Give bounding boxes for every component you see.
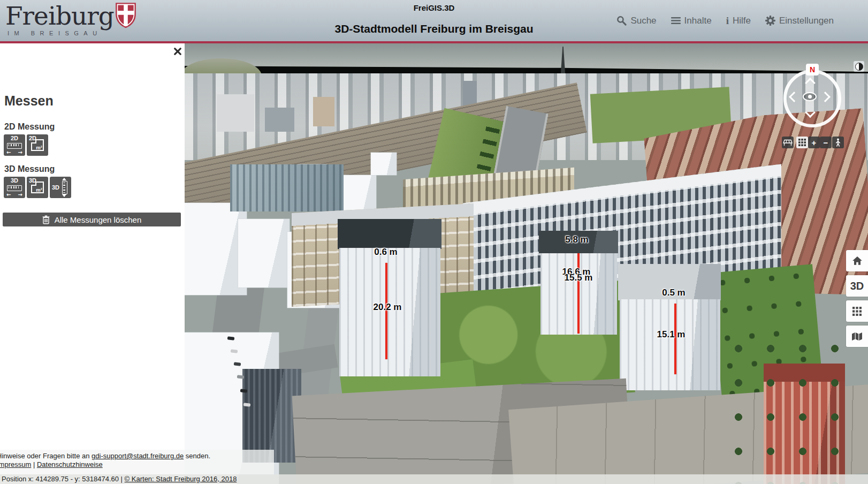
oblique-view-button[interactable]	[782, 137, 794, 148]
panel-close-button[interactable]	[172, 46, 183, 57]
measure-label: 5.8 m	[565, 235, 588, 245]
tower3-facade	[620, 299, 720, 390]
privacy-link[interactable]: Datenschutzhinweise	[37, 460, 103, 468]
tree-cluster	[725, 335, 859, 484]
support-email-link[interactable]: gdi-support@stadt.freiburg.de	[92, 452, 184, 460]
notice-prefix: Hinweise oder Fragen bitte an	[0, 452, 92, 460]
settings-menu-item[interactable]: Einstellungen	[765, 16, 834, 26]
trash-icon	[42, 215, 50, 224]
ruler-icon	[7, 185, 22, 191]
measure-label: 0.5 m	[662, 288, 685, 298]
contrast-toggle-button[interactable]	[854, 61, 864, 72]
home-view-button[interactable]	[846, 250, 868, 271]
arrow-up-icon	[62, 178, 66, 180]
search-menu-item[interactable]: Suche	[616, 16, 656, 26]
white-model-building	[371, 153, 397, 175]
map-copyright-link[interactable]: © Karten: Stadt Freiburg 2016, 2018	[125, 475, 237, 483]
ruler-icon	[7, 143, 22, 149]
arrow-left-icon: ←	[6, 149, 11, 155]
white-model-building	[185, 203, 247, 295]
3d-view-button[interactable]: 3D	[846, 275, 868, 297]
panel-title: Messen	[4, 93, 54, 109]
delete-all-label: Alle Messungen löschen	[55, 215, 142, 224]
arrow-right-icon: →	[18, 192, 22, 198]
area-unit-label: m²	[34, 187, 44, 193]
measure-3d-area-button[interactable]: 3D m²	[27, 177, 48, 198]
grid-dots-icon	[852, 307, 862, 316]
vertical-ruler-icon	[62, 181, 67, 194]
section-2d-heading: 2D Messung	[4, 122, 55, 132]
footer-notice: Hinweise oder Fragen bitte an gdi-suppor…	[0, 450, 274, 474]
hamburger-icon	[671, 17, 681, 25]
delete-all-measurements-button[interactable]: Alle Messungen löschen	[3, 213, 181, 226]
pedestrian-view-button[interactable]	[832, 137, 844, 148]
measure-3d-height-button[interactable]: 3D	[50, 177, 71, 198]
info-icon: i	[726, 15, 729, 27]
tool-dim-label: 3D	[52, 184, 59, 191]
tower1-roof	[338, 219, 441, 249]
measure-label: 0.6 m	[374, 247, 397, 258]
compass-north-button[interactable]: N	[806, 64, 819, 75]
zoom-in-button[interactable]: +	[808, 137, 820, 148]
search-icon	[616, 16, 627, 26]
header-bar: Freiburg IM BREISGAU FreiGIS.3D 3D-Stadt…	[0, 0, 868, 41]
app-title: FreiGIS.3D	[247, 3, 621, 12]
home-icon	[852, 256, 863, 266]
ruler-arrows-icon: ← →	[4, 192, 25, 198]
contents-label: Inhalte	[684, 16, 712, 26]
page-title: 3D-Stadtmodell Freiburg im Breisgau	[247, 22, 621, 35]
white-model-building	[238, 219, 290, 288]
map-3d-viewport[interactable]: 0.6 m 20.2 m 5.8 m 16.6 m 15.5 m 0.5 m 1…	[185, 43, 868, 484]
map-far-building	[217, 94, 254, 132]
tool-dim-label: 2D	[4, 135, 25, 141]
footer-separator: |	[31, 460, 37, 468]
logo-subtitle: IM BREISGAU	[7, 30, 114, 36]
map-far-building	[463, 81, 477, 105]
cursor-position-readout: Position x: 414289.75 - y: 5318474.60 |	[2, 475, 125, 483]
footer-notice-line1: Hinweise oder Fragen bitte an gdi-suppor…	[0, 452, 271, 460]
dark-glass-building	[242, 369, 301, 463]
measure-label: 20.2 m	[374, 302, 402, 313]
eye-view-icon[interactable]	[803, 92, 817, 101]
tool-dim-label: 3D	[4, 178, 25, 184]
map-far-building	[313, 97, 334, 126]
arrow-right-icon: →	[18, 149, 22, 155]
measure-2d-distance-button[interactable]: 2D ← →	[4, 134, 25, 156]
header-titles: FreiGIS.3D 3D-Stadtmodell Freiburg im Br…	[247, 0, 621, 35]
freigis-3d-app: Freiburg IM BREISGAU FreiGIS.3D 3D-Stadt…	[0, 0, 868, 484]
notice-suffix: senden.	[184, 452, 210, 460]
grid-icon	[798, 139, 806, 146]
zoom-out-button[interactable]: −	[820, 137, 832, 148]
impressum-link[interactable]: Impressum	[0, 460, 31, 468]
help-menu-item[interactable]: i Hilfe	[726, 15, 751, 27]
settings-label: Einstellungen	[779, 16, 834, 26]
footer-notice-line2: Impressum | Datenschutzhinweise	[0, 460, 271, 469]
ruler-arrows-icon: ← →	[4, 149, 25, 155]
map-far-building	[265, 108, 294, 132]
arrow-left-icon: ←	[6, 192, 11, 198]
measure-label: 15.5 m	[565, 273, 593, 283]
measure-3d-distance-button[interactable]: 3D ← →	[4, 177, 25, 198]
logo-wordmark: Freiburg	[5, 2, 114, 30]
freiburg-logo[interactable]: Freiburg IM BREISGAU	[5, 2, 136, 36]
status-bar: Position x: 414289.75 - y: 5318474.60 | …	[0, 474, 868, 484]
grid-view-button[interactable]	[796, 137, 808, 148]
help-label: Hilfe	[733, 16, 751, 26]
area-unit-label: m²	[34, 145, 44, 150]
oblique-grid-icon	[783, 139, 793, 146]
pedestrian-icon	[835, 138, 841, 147]
measure-2d-area-button[interactable]: 2D m²	[27, 134, 48, 156]
messen-panel: Messen 2D Messung 2D ← → 2D m² 3D Messun…	[0, 43, 185, 484]
layers-grid-button[interactable]	[846, 300, 868, 322]
search-label: Suche	[630, 16, 656, 26]
basemap-button[interactable]	[846, 326, 868, 347]
section-3d-heading: 3D Messung	[4, 164, 55, 174]
close-icon	[172, 46, 183, 57]
measure-label: 15.1 m	[657, 329, 686, 340]
contrast-icon	[855, 63, 863, 71]
glass-roof-building	[230, 164, 344, 211]
measure-line[interactable]	[577, 253, 580, 334]
arrow-down-icon	[62, 194, 66, 197]
header-menu: Suche Inhalte i Hilfe	[616, 0, 834, 41]
contents-menu-item[interactable]: Inhalte	[671, 16, 712, 26]
